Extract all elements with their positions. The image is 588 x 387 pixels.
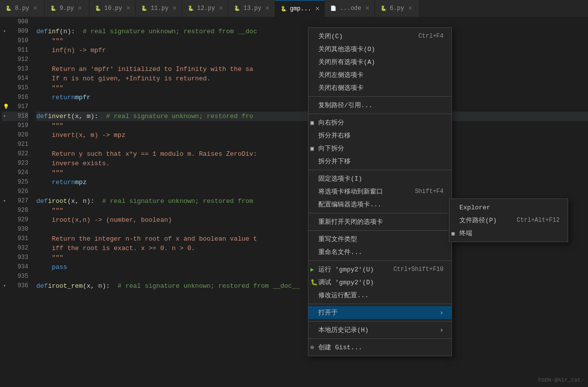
context-menu-secondary: Explorer 文件路径(P) Ctrl+Alt+F12 ▣ 终端	[449, 198, 568, 242]
menu-item-move-to-window[interactable]: 将选项卡移动到新窗口 Shift+F4	[308, 185, 451, 198]
tab-close-gmpy[interactable]: ×	[315, 5, 319, 12]
menu-label-split-right: 向右拆分	[318, 118, 443, 127]
submenu-shortcut-file-path: Ctrl+Alt+F12	[517, 217, 560, 224]
menu-sep-2	[308, 114, 451, 114]
python-icon-6: 🐍	[380, 5, 387, 12]
menu-item-rewrite-filetype[interactable]: 重写文件类型	[308, 233, 451, 246]
tab-label-ode: ...ode	[340, 5, 361, 12]
menu-item-split-move-right[interactable]: 拆分并右移	[308, 129, 451, 142]
menu-sep-1	[308, 96, 451, 97]
tab-label-gmpy: gmp...	[290, 5, 311, 12]
python-icon-8: 🐍	[5, 5, 12, 12]
tab-close-8py[interactable]: ×	[33, 5, 37, 12]
menu-item-split-down[interactable]: ▣ 向下拆分	[308, 142, 451, 155]
submenu-arrow-history: ›	[440, 326, 443, 334]
python-icon-gmpy: 🐍	[280, 5, 287, 12]
tab-close-11py[interactable]: ×	[172, 5, 176, 12]
menu-label-close-right: 关闭右侧选项卡	[318, 83, 443, 92]
tab-10py[interactable]: 🐍 10.py ×	[89, 0, 136, 17]
menu-shortcut-close: Ctrl+F4	[419, 33, 443, 40]
menu-label-split-move-right: 拆分并右移	[318, 131, 443, 140]
menu-item-close-all[interactable]: 关闭所有选项卡(A)	[308, 56, 451, 68]
menu-sep-3	[308, 170, 451, 170]
terminal-icon: ▣	[451, 230, 455, 237]
tab-label-9py: 9.py	[60, 5, 74, 12]
submenu-item-file-path[interactable]: 文件路径(P) Ctrl+Alt+F12	[449, 214, 568, 227]
submenu-item-terminal[interactable]: ▣ 终端	[449, 227, 568, 240]
tab-bar: 🐍 8.py × 🐍 9.py × 🐍 10.py × 🐍 11.py × 🐍 …	[0, 0, 588, 17]
tab-6py[interactable]: 🐍 6.py ×	[375, 0, 420, 17]
python-icon-12: 🐍	[187, 5, 194, 12]
menu-label-close-all: 关闭所有选项卡(A)	[318, 58, 443, 66]
menu-label-configure-tabs: 配置编辑器选项卡...	[318, 200, 443, 209]
menu-item-run[interactable]: ▶ 运行 'gmpy2'(U) Ctrl+Shift+F10	[308, 263, 451, 276]
menu-item-split-move-down[interactable]: 拆分并下移	[308, 155, 451, 168]
context-menu-primary: 关闭(C) Ctrl+F4 关闭其他选项卡(O) 关闭所有选项卡(A) 关闭左侧…	[308, 27, 452, 356]
tab-gmpy[interactable]: 🐍 gmp... ×	[275, 0, 325, 17]
tab-label-8py: 8.py	[15, 5, 29, 12]
menu-sep-5	[308, 230, 451, 231]
debug-icon: 🐛	[310, 279, 318, 286]
menu-label-open-in: 打开于	[318, 308, 438, 317]
menu-item-reopen-closed[interactable]: 重新打开关闭的选项卡	[308, 215, 451, 228]
tab-label-6py: 6.py	[390, 5, 404, 12]
tab-13py[interactable]: 🐍 13.py ×	[228, 0, 275, 17]
tab-label-13py: 13.py	[243, 5, 261, 12]
menu-label-close-others: 关闭其他选项卡(O)	[318, 45, 443, 54]
python-icon-13: 🐍	[233, 5, 240, 12]
menu-item-local-history[interactable]: 本地历史记录(H) ›	[308, 323, 451, 336]
tab-label-10py: 10.py	[104, 5, 122, 12]
menu-item-create-gist[interactable]: ⊙ 创建 Gist...	[308, 341, 451, 354]
menu-item-modify-run-config[interactable]: 修改运行配置...	[308, 289, 451, 302]
menu-item-configure-tabs[interactable]: 配置编辑器选项卡...	[308, 198, 451, 211]
menu-item-pin-tab[interactable]: 固定选项卡(I)	[308, 172, 451, 185]
file-icon-ode: 📄	[330, 5, 337, 12]
menu-item-open-in[interactable]: 打开于 ›	[308, 306, 451, 319]
menu-item-split-right[interactable]: ▣ 向右拆分	[308, 116, 451, 129]
tab-ode[interactable]: 📄 ...ode ×	[325, 0, 375, 17]
menu-item-close-left[interactable]: 关闭左侧选项卡	[308, 68, 451, 81]
menu-shortcut-run: Ctrl+Shift+F10	[393, 266, 443, 273]
tab-close-6py[interactable]: ×	[408, 5, 412, 12]
split-right-icon: ▣	[310, 119, 314, 127]
menu-item-rename-file[interactable]: 重命名文件...	[308, 246, 451, 258]
menu-label-move-to-window: 将选项卡移动到新窗口	[318, 187, 405, 196]
tab-label-12py: 12.py	[197, 5, 215, 12]
menu-label-debug: 调试 'gmpy2'(D)	[318, 278, 443, 287]
menu-label-pin-tab: 固定选项卡(I)	[318, 174, 443, 183]
tab-close-9py[interactable]: ×	[78, 5, 82, 12]
menu-label-reopen-closed: 重新打开关闭的选项卡	[318, 217, 443, 226]
python-icon-9: 🐍	[50, 5, 57, 12]
submenu-label-explorer: Explorer	[459, 204, 560, 211]
tab-close-12py[interactable]: ×	[219, 5, 223, 12]
menu-label-rename-file: 重命名文件...	[318, 248, 443, 257]
tab-12py[interactable]: 🐍 12.py ×	[182, 0, 228, 17]
python-icon-10: 🐍	[94, 5, 101, 12]
menu-sep-6	[308, 260, 451, 261]
submenu-label-terminal: 终端	[459, 229, 560, 238]
tab-close-ode[interactable]: ×	[366, 5, 369, 12]
menu-label-close: 关闭(C)	[318, 32, 409, 41]
menu-item-copy-path[interactable]: 复制路径/引用...	[308, 99, 451, 112]
tab-8py[interactable]: 🐍 8.py ×	[0, 0, 45, 17]
tab-9py[interactable]: 🐍 9.py ×	[45, 0, 89, 17]
python-icon-11: 🐍	[141, 5, 147, 12]
menu-label-split-down: 向下拆分	[318, 144, 443, 153]
submenu-arrow-open-in: ›	[440, 309, 443, 317]
tab-close-13py[interactable]: ×	[265, 5, 269, 12]
submenu-item-explorer[interactable]: Explorer	[449, 201, 568, 214]
tab-close-10py[interactable]: ×	[126, 5, 130, 12]
menu-item-debug[interactable]: 🐛 调试 'gmpy2'(D)	[308, 276, 451, 289]
menu-label-create-gist: 创建 Gist...	[318, 343, 443, 352]
menu-shortcut-move-to-window: Shift+F4	[415, 188, 443, 195]
menu-label-copy-path: 复制路径/引用...	[318, 101, 443, 110]
menu-label-close-left: 关闭左侧选项卡	[318, 70, 443, 79]
gist-icon: ⊙	[310, 344, 314, 351]
run-icon: ▶	[310, 266, 314, 273]
menu-item-close-others[interactable]: 关闭其他选项卡(O)	[308, 43, 451, 56]
menu-label-modify-run-config: 修改运行配置...	[318, 291, 443, 300]
menu-sep-8	[308, 321, 451, 322]
tab-11py[interactable]: 🐍 11.py ×	[136, 0, 182, 17]
menu-item-close[interactable]: 关闭(C) Ctrl+F4	[308, 30, 451, 43]
menu-item-close-right[interactable]: 关闭右侧选项卡	[308, 81, 451, 94]
